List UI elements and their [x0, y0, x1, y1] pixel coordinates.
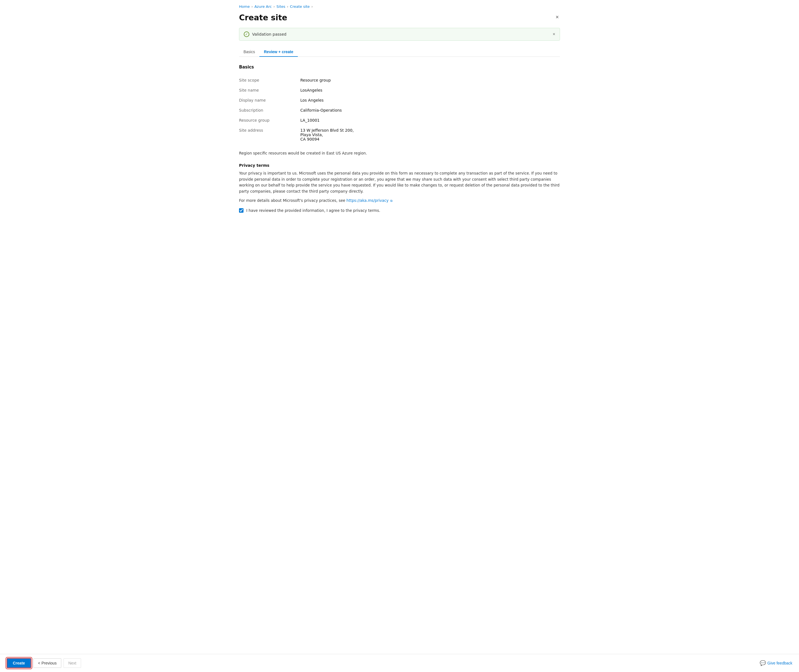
external-link-icon: ⧉	[390, 199, 393, 203]
privacy-checkbox-row: I have reviewed the provided information…	[239, 208, 560, 213]
page-title: Create site	[239, 13, 287, 22]
breadcrumb-sep-3: ›	[287, 5, 288, 9]
region-note: Region specific resources would be creat…	[239, 151, 560, 155]
site-address-line1: 13 W Jefferson Blvd St 200,	[300, 128, 354, 133]
privacy-section: Privacy terms Your privacy is important …	[239, 163, 560, 203]
next-button: Next	[64, 658, 81, 668]
site-name-label: Site name	[239, 85, 300, 95]
footer-left: Create < Previous Next	[7, 658, 81, 668]
create-button[interactable]: Create	[7, 658, 31, 668]
site-scope-label: Site scope	[239, 75, 300, 85]
site-scope-value: Resource group	[300, 75, 560, 85]
breadcrumb-sep-2: ›	[273, 5, 275, 9]
breadcrumb-sites[interactable]: Sites	[276, 5, 285, 9]
validation-text: Validation passed	[252, 32, 286, 37]
site-name-value: LosAngeles	[300, 85, 560, 95]
breadcrumb-sep-4: ›	[311, 5, 313, 9]
footer-right: 💬 Give feedback	[760, 660, 793, 666]
privacy-link-row: For more details about Microsoft's priva…	[239, 198, 560, 203]
privacy-text: Your privacy is important to us. Microso…	[239, 170, 560, 194]
footer-bar: Create < Previous Next 💬 Give feedback	[0, 654, 799, 672]
privacy-checkbox-label: I have reviewed the provided information…	[246, 208, 380, 213]
display-name-value: Los Angeles	[300, 95, 560, 105]
breadcrumb: Home › Azure Arc › Sites › Create site ›	[239, 5, 560, 9]
tabs-container: Basics Review + create	[239, 47, 560, 57]
breadcrumb-create-site[interactable]: Create site	[290, 5, 310, 9]
tab-review-create[interactable]: Review + create	[259, 47, 298, 57]
validation-banner: ✓ Validation passed ×	[239, 28, 560, 41]
breadcrumb-sep-1: ›	[251, 5, 253, 9]
privacy-link[interactable]: https://aka.ms/privacy	[347, 198, 388, 203]
previous-button[interactable]: < Previous	[34, 658, 62, 668]
privacy-title: Privacy terms	[239, 163, 560, 168]
basics-section-title: Basics	[239, 65, 560, 70]
page-header: Create site ×	[239, 13, 560, 22]
site-address-value: 13 W Jefferson Blvd St 200, Playa Vista,…	[300, 125, 560, 144]
site-address-line2: Playa Vista,	[300, 133, 323, 137]
validation-check-icon: ✓	[244, 32, 249, 37]
privacy-link-prefix: For more details about Microsoft's priva…	[239, 198, 345, 203]
subscription-label: Subscription	[239, 105, 300, 115]
subscription-value: California-Operations	[300, 105, 560, 115]
breadcrumb-azure-arc[interactable]: Azure Arc	[254, 5, 272, 9]
resource-group-value: LA_10001	[300, 115, 560, 125]
feedback-label: Give feedback	[767, 661, 793, 665]
site-address-label: Site address	[239, 125, 300, 135]
privacy-checkbox[interactable]	[239, 208, 244, 213]
resource-group-label: Resource group	[239, 115, 300, 125]
details-grid: Site scope Resource group Site name LosA…	[239, 75, 560, 144]
give-feedback-button[interactable]: 💬 Give feedback	[760, 660, 793, 666]
validation-content: ✓ Validation passed	[244, 32, 286, 37]
tab-basics[interactable]: Basics	[239, 47, 259, 57]
breadcrumb-home[interactable]: Home	[239, 5, 250, 9]
display-name-label: Display name	[239, 95, 300, 105]
close-button[interactable]: ×	[554, 13, 560, 21]
feedback-icon: 💬	[760, 660, 766, 666]
content-area: Basics Site scope Resource group Site na…	[239, 65, 560, 244]
banner-close-button[interactable]: ×	[553, 32, 555, 37]
site-address-line3: CA 90094	[300, 137, 319, 141]
